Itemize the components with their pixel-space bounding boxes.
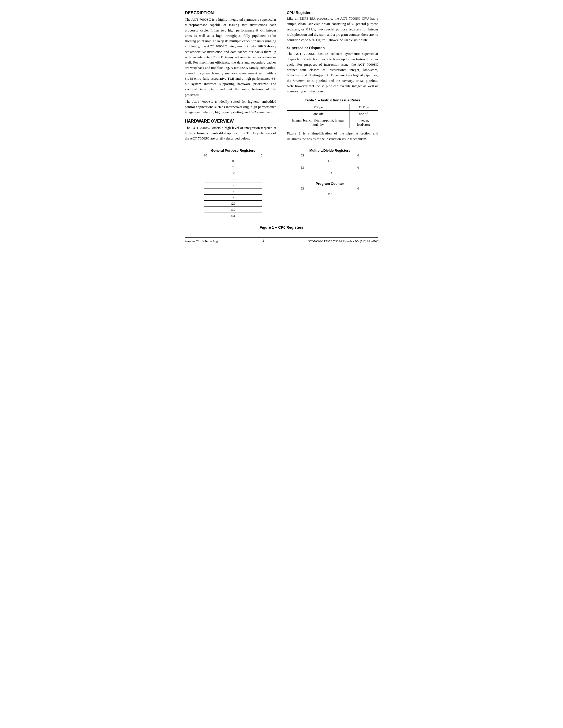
footer-right: SCD7000SC REV B 7/30/01 Plainview NY (51… [308, 240, 378, 243]
table-row: • [204, 194, 262, 200]
hardware-title: HARDWARE OVERVIEW [185, 119, 276, 124]
lo-register: 63 0 LO [301, 166, 359, 176]
gpr-table: 0 r1 r2 • • • • r29 r30 r31 [204, 158, 262, 219]
superscalar-title: Superscalar Dispatch [287, 46, 378, 50]
table-row: r30 [204, 206, 262, 213]
lo-range-right: 0 [358, 166, 359, 170]
multiply-group: Multiply/Divide Registers 63 0 HI 63 0 [301, 149, 359, 176]
gpr-range-right: 0 [261, 154, 262, 158]
gpr-title: General Purpose Registers [211, 149, 255, 152]
cpu-registers-title: CPU Registers [287, 11, 378, 15]
gpr-row7: r29 [204, 200, 262, 206]
gpr-row4: • [204, 182, 262, 188]
hardware-para: The ACT 7000SC offers a high-level of in… [185, 125, 276, 141]
hi-range-right: 0 [358, 154, 359, 158]
hi-box: HI [301, 158, 359, 164]
gpr-row2: r2 [204, 170, 262, 176]
footer: Aeroflex Circuit Technology 2 SCD7000SC … [185, 237, 378, 243]
description-para2: The ACT 7000SC is ideally suited for hig… [185, 99, 276, 115]
table-row: • [204, 176, 262, 182]
page: DESCRIPTION The ACT 7000SC is a highly i… [185, 11, 378, 243]
table-row: one of: one of: [287, 111, 378, 117]
table-row: • [204, 188, 262, 194]
figure-row: General Purpose Registers 63 0 0 r1 r2 •… [185, 149, 378, 219]
gpr-group: General Purpose Registers 63 0 0 r1 r2 •… [204, 149, 262, 219]
figure1-caption: Figure 1 – CP0 Registers [185, 225, 378, 230]
pc-title: Program Counter [316, 182, 344, 186]
gpr-row6: • [204, 194, 262, 200]
pc-group: Program Counter 63 0 PC [301, 182, 359, 197]
left-column: DESCRIPTION The ACT 7000SC is a highly i… [185, 11, 276, 143]
table-col1-header: F Pipe [287, 104, 350, 111]
table-row: 0 [204, 158, 262, 164]
table-row: r2 [204, 170, 262, 176]
multiply-pc-column: Multiply/Divide Registers 63 0 HI 63 0 [301, 149, 359, 197]
superscalar-para: The ACT 7000SC has an efficient symmetri… [287, 51, 378, 94]
cpu-registers-para: Like all MIPS ISA processors, the ACT 70… [287, 16, 378, 43]
table-row: integer, branch, floating-point, integer… [287, 117, 378, 128]
table-col2-header: M Pipe [350, 104, 378, 111]
table-row2-col2: integer, load/store [350, 117, 378, 128]
right-column: CPU Registers Like all MIPS ISA processo… [287, 11, 378, 143]
lo-range-left: 63 [301, 166, 304, 170]
description-para1: The ACT 7000SC is a highly integrated sy… [185, 17, 276, 97]
figure1-section: General Purpose Registers 63 0 0 r1 r2 •… [185, 149, 378, 230]
table-row: r29 [204, 200, 262, 206]
table-row: • [204, 182, 262, 188]
hi-range: 63 0 [301, 154, 359, 158]
gpr-row5: • [204, 188, 262, 194]
footer-left: Aeroflex Circuit Technology [185, 240, 218, 243]
gpr-range: 63 0 [204, 154, 262, 158]
hi-register: 63 0 HI [301, 154, 359, 164]
instruction-issue-table: F Pipe M Pipe one of: one of: integer, b… [287, 104, 378, 128]
gpr-row1: r1 [204, 164, 262, 170]
gpr-row0: 0 [204, 158, 262, 164]
gpr-row3: • [204, 176, 262, 182]
gpr-range-left: 63 [204, 154, 207, 158]
lo-range: 63 0 [301, 166, 359, 170]
table-row1-col1: one of: [287, 111, 350, 117]
table-row: r1 [204, 164, 262, 170]
description-title: DESCRIPTION [185, 11, 276, 15]
footer-center: 2 [262, 239, 264, 243]
pc-range: 63 0 [301, 187, 359, 191]
table-row2-col1: integer, branch, floating-point, integer… [287, 117, 350, 128]
table1-title: Table 1 – Instruction Issue Rules [287, 98, 378, 102]
table-row1-col2: one of: [350, 111, 378, 117]
table-row: r31 [204, 213, 262, 219]
figure2-text: Figure 2 is a simplification of the pipe… [287, 131, 378, 142]
hi-range-left: 63 [301, 154, 304, 158]
pc-range-left: 63 [301, 187, 304, 191]
top-columns: DESCRIPTION The ACT 7000SC is a highly i… [185, 11, 378, 143]
lo-box: LO [301, 170, 359, 176]
pc-box: PC [301, 191, 359, 197]
gpr-row9: r31 [204, 213, 262, 219]
multiply-title: Multiply/Divide Registers [310, 149, 351, 152]
gpr-row8: r30 [204, 206, 262, 213]
pc-range-right: 0 [358, 187, 359, 191]
